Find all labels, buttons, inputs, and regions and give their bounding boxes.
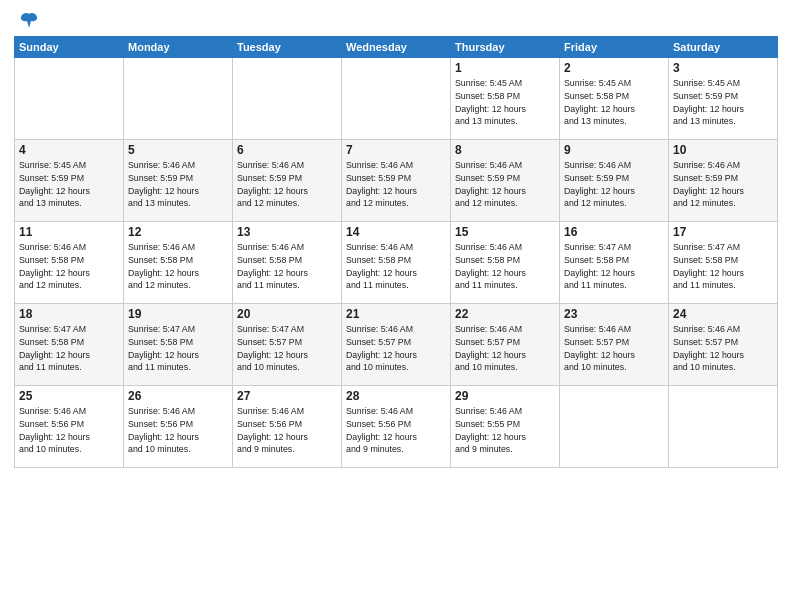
day-info: Sunrise: 5:46 AM Sunset: 5:56 PM Dayligh…: [237, 405, 337, 456]
calendar-cell: 27Sunrise: 5:46 AM Sunset: 5:56 PM Dayli…: [233, 386, 342, 468]
header: [14, 10, 778, 30]
calendar-cell: 11Sunrise: 5:46 AM Sunset: 5:58 PM Dayli…: [15, 222, 124, 304]
day-number: 6: [237, 143, 337, 157]
day-number: 9: [564, 143, 664, 157]
calendar-cell: 19Sunrise: 5:47 AM Sunset: 5:58 PM Dayli…: [124, 304, 233, 386]
day-info: Sunrise: 5:47 AM Sunset: 5:57 PM Dayligh…: [237, 323, 337, 374]
week-row-4: 18Sunrise: 5:47 AM Sunset: 5:58 PM Dayli…: [15, 304, 778, 386]
calendar-cell: [342, 58, 451, 140]
day-number: 22: [455, 307, 555, 321]
weekday-header-sunday: Sunday: [15, 37, 124, 58]
weekday-header-wednesday: Wednesday: [342, 37, 451, 58]
day-number: 16: [564, 225, 664, 239]
day-number: 18: [19, 307, 119, 321]
calendar-cell: 12Sunrise: 5:46 AM Sunset: 5:58 PM Dayli…: [124, 222, 233, 304]
calendar-cell: 6Sunrise: 5:46 AM Sunset: 5:59 PM Daylig…: [233, 140, 342, 222]
calendar-cell: 23Sunrise: 5:46 AM Sunset: 5:57 PM Dayli…: [560, 304, 669, 386]
day-number: 26: [128, 389, 228, 403]
week-row-3: 11Sunrise: 5:46 AM Sunset: 5:58 PM Dayli…: [15, 222, 778, 304]
calendar-cell: 7Sunrise: 5:46 AM Sunset: 5:59 PM Daylig…: [342, 140, 451, 222]
day-info: Sunrise: 5:46 AM Sunset: 5:56 PM Dayligh…: [346, 405, 446, 456]
weekday-header-row: SundayMondayTuesdayWednesdayThursdayFrid…: [15, 37, 778, 58]
calendar-cell: [15, 58, 124, 140]
day-number: 28: [346, 389, 446, 403]
calendar-cell: 15Sunrise: 5:46 AM Sunset: 5:58 PM Dayli…: [451, 222, 560, 304]
calendar-cell: 25Sunrise: 5:46 AM Sunset: 5:56 PM Dayli…: [15, 386, 124, 468]
week-row-1: 1Sunrise: 5:45 AM Sunset: 5:58 PM Daylig…: [15, 58, 778, 140]
day-number: 3: [673, 61, 773, 75]
calendar-cell: 29Sunrise: 5:46 AM Sunset: 5:55 PM Dayli…: [451, 386, 560, 468]
day-number: 10: [673, 143, 773, 157]
day-info: Sunrise: 5:46 AM Sunset: 5:58 PM Dayligh…: [346, 241, 446, 292]
day-number: 11: [19, 225, 119, 239]
calendar-cell: 28Sunrise: 5:46 AM Sunset: 5:56 PM Dayli…: [342, 386, 451, 468]
calendar-cell: 21Sunrise: 5:46 AM Sunset: 5:57 PM Dayli…: [342, 304, 451, 386]
day-number: 4: [19, 143, 119, 157]
day-info: Sunrise: 5:46 AM Sunset: 5:59 PM Dayligh…: [673, 159, 773, 210]
day-number: 13: [237, 225, 337, 239]
calendar-cell: 26Sunrise: 5:46 AM Sunset: 5:56 PM Dayli…: [124, 386, 233, 468]
day-number: 1: [455, 61, 555, 75]
weekday-header-tuesday: Tuesday: [233, 37, 342, 58]
day-info: Sunrise: 5:46 AM Sunset: 5:58 PM Dayligh…: [128, 241, 228, 292]
calendar-cell: 20Sunrise: 5:47 AM Sunset: 5:57 PM Dayli…: [233, 304, 342, 386]
day-number: 20: [237, 307, 337, 321]
day-info: Sunrise: 5:45 AM Sunset: 5:59 PM Dayligh…: [19, 159, 119, 210]
calendar-cell: 3Sunrise: 5:45 AM Sunset: 5:59 PM Daylig…: [669, 58, 778, 140]
weekday-header-saturday: Saturday: [669, 37, 778, 58]
day-number: 8: [455, 143, 555, 157]
day-number: 27: [237, 389, 337, 403]
day-number: 17: [673, 225, 773, 239]
calendar-cell: 18Sunrise: 5:47 AM Sunset: 5:58 PM Dayli…: [15, 304, 124, 386]
day-number: 19: [128, 307, 228, 321]
day-info: Sunrise: 5:46 AM Sunset: 5:58 PM Dayligh…: [237, 241, 337, 292]
week-row-2: 4Sunrise: 5:45 AM Sunset: 5:59 PM Daylig…: [15, 140, 778, 222]
day-number: 5: [128, 143, 228, 157]
day-number: 24: [673, 307, 773, 321]
calendar-cell: 9Sunrise: 5:46 AM Sunset: 5:59 PM Daylig…: [560, 140, 669, 222]
day-info: Sunrise: 5:46 AM Sunset: 5:56 PM Dayligh…: [128, 405, 228, 456]
day-info: Sunrise: 5:46 AM Sunset: 5:57 PM Dayligh…: [564, 323, 664, 374]
logo: [14, 10, 40, 30]
day-number: 23: [564, 307, 664, 321]
calendar-cell: [233, 58, 342, 140]
calendar-cell: 16Sunrise: 5:47 AM Sunset: 5:58 PM Dayli…: [560, 222, 669, 304]
calendar-table: SundayMondayTuesdayWednesdayThursdayFrid…: [14, 36, 778, 468]
day-info: Sunrise: 5:47 AM Sunset: 5:58 PM Dayligh…: [564, 241, 664, 292]
weekday-header-thursday: Thursday: [451, 37, 560, 58]
day-info: Sunrise: 5:47 AM Sunset: 5:58 PM Dayligh…: [19, 323, 119, 374]
day-info: Sunrise: 5:46 AM Sunset: 5:59 PM Dayligh…: [128, 159, 228, 210]
day-info: Sunrise: 5:46 AM Sunset: 5:59 PM Dayligh…: [455, 159, 555, 210]
day-number: 15: [455, 225, 555, 239]
calendar-cell: 5Sunrise: 5:46 AM Sunset: 5:59 PM Daylig…: [124, 140, 233, 222]
calendar-cell: 13Sunrise: 5:46 AM Sunset: 5:58 PM Dayli…: [233, 222, 342, 304]
day-info: Sunrise: 5:46 AM Sunset: 5:58 PM Dayligh…: [19, 241, 119, 292]
day-info: Sunrise: 5:45 AM Sunset: 5:58 PM Dayligh…: [455, 77, 555, 128]
day-info: Sunrise: 5:45 AM Sunset: 5:59 PM Dayligh…: [673, 77, 773, 128]
weekday-header-monday: Monday: [124, 37, 233, 58]
calendar-cell: 22Sunrise: 5:46 AM Sunset: 5:57 PM Dayli…: [451, 304, 560, 386]
weekday-header-friday: Friday: [560, 37, 669, 58]
day-info: Sunrise: 5:47 AM Sunset: 5:58 PM Dayligh…: [128, 323, 228, 374]
calendar-cell: 10Sunrise: 5:46 AM Sunset: 5:59 PM Dayli…: [669, 140, 778, 222]
logo-bird-icon: [18, 10, 40, 32]
calendar-cell: 4Sunrise: 5:45 AM Sunset: 5:59 PM Daylig…: [15, 140, 124, 222]
day-number: 21: [346, 307, 446, 321]
day-number: 7: [346, 143, 446, 157]
day-info: Sunrise: 5:46 AM Sunset: 5:59 PM Dayligh…: [237, 159, 337, 210]
calendar-cell: 24Sunrise: 5:46 AM Sunset: 5:57 PM Dayli…: [669, 304, 778, 386]
calendar-cell: 2Sunrise: 5:45 AM Sunset: 5:58 PM Daylig…: [560, 58, 669, 140]
day-info: Sunrise: 5:46 AM Sunset: 5:57 PM Dayligh…: [673, 323, 773, 374]
day-info: Sunrise: 5:46 AM Sunset: 5:56 PM Dayligh…: [19, 405, 119, 456]
day-number: 29: [455, 389, 555, 403]
day-number: 12: [128, 225, 228, 239]
calendar-cell: 17Sunrise: 5:47 AM Sunset: 5:58 PM Dayli…: [669, 222, 778, 304]
day-number: 2: [564, 61, 664, 75]
day-info: Sunrise: 5:46 AM Sunset: 5:59 PM Dayligh…: [564, 159, 664, 210]
day-info: Sunrise: 5:47 AM Sunset: 5:58 PM Dayligh…: [673, 241, 773, 292]
day-info: Sunrise: 5:46 AM Sunset: 5:57 PM Dayligh…: [455, 323, 555, 374]
calendar-cell: 14Sunrise: 5:46 AM Sunset: 5:58 PM Dayli…: [342, 222, 451, 304]
day-number: 25: [19, 389, 119, 403]
day-info: Sunrise: 5:46 AM Sunset: 5:59 PM Dayligh…: [346, 159, 446, 210]
day-info: Sunrise: 5:46 AM Sunset: 5:58 PM Dayligh…: [455, 241, 555, 292]
